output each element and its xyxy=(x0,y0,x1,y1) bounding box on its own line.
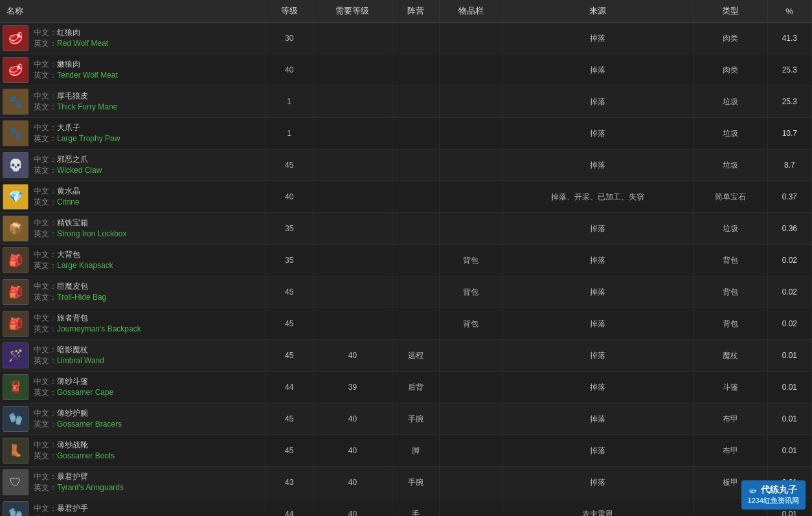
slot-cell xyxy=(440,118,503,150)
name-cell: 🪄中文：暗影魔杖英文：Umbral Wand xyxy=(0,340,265,371)
level-cell: 45 xyxy=(265,403,313,435)
table-row[interactable]: 🧤中文：薄纱护腕英文：Gossamer Bracers4540手腕掉落布甲0.0… xyxy=(0,403,812,435)
pct-cell: 41.3 xyxy=(767,23,811,54)
name-cell: 🎒中文：旅者背包英文：Journeyman's Backpack xyxy=(0,308,265,339)
source-cell: 掉落 xyxy=(502,118,694,150)
req-level-cell xyxy=(313,23,392,54)
type-cell: 布甲 xyxy=(694,403,767,435)
name-cell: 🥩中文：红狼肉英文：Red Wolf Meat xyxy=(0,23,265,54)
req-level-cell xyxy=(313,245,392,276)
faction-cell xyxy=(392,245,439,276)
type-cell: 斗篷 xyxy=(694,372,767,403)
item-names: 中文：大背包英文：Large Knapsack xyxy=(34,249,113,271)
type-cell: 垃圾 xyxy=(694,86,767,118)
table-row[interactable]: 🛡中文：暴君护臂英文：Tyrant's Armguards4340手腕掉落板甲0… xyxy=(0,467,812,499)
pct-cell: 0.36 xyxy=(767,213,811,245)
faction-cell: 后背 xyxy=(392,372,439,403)
name-cell: 🛡中文：暴君护臂英文：Tyrant's Armguards xyxy=(0,467,265,498)
table-row[interactable]: 🧤中文：暴君护手英文：Tyrant's Gauntlets4440手农夫雷恩0.… xyxy=(0,499,812,517)
req-level-cell xyxy=(313,86,392,118)
item-en-name: 英文：Troll-Hide Bag xyxy=(34,292,106,303)
level-cell: 40 xyxy=(265,54,313,86)
req-level-cell xyxy=(313,213,392,245)
level-cell: 45 xyxy=(265,435,313,467)
source-cell: 掉落 xyxy=(502,276,694,308)
item-zh-name: 中文：精铁宝箱 xyxy=(34,218,126,229)
req-level-cell xyxy=(313,308,392,340)
item-names: 中文：薄纱战靴英文：Gossamer Boots xyxy=(34,440,115,462)
item-en-name: 英文：Gossamer Boots xyxy=(34,451,115,462)
source-cell: 掉落 xyxy=(502,403,694,435)
item-icon: 🛡 xyxy=(3,469,28,495)
slot-cell xyxy=(440,467,503,499)
item-zh-name: 中文：薄纱护腕 xyxy=(34,408,122,419)
col-header-7: % xyxy=(767,0,811,23)
type-cell: 垃圾 xyxy=(694,118,767,150)
table-row[interactable]: 🐾中文：厚毛狼皮英文：Thick Furry Mane1掉落垃圾25.3 xyxy=(0,86,812,118)
faction-cell xyxy=(392,23,439,54)
req-level-cell: 40 xyxy=(313,499,392,517)
item-icon: 🎒 xyxy=(3,311,28,337)
level-cell: 35 xyxy=(265,245,313,276)
req-level-cell xyxy=(313,181,392,213)
level-cell: 1 xyxy=(265,86,313,118)
item-en-name: 英文：Large Knapsack xyxy=(34,260,113,271)
item-names: 中文：嫩狼肉英文：Tender Wolf Meat xyxy=(34,59,118,81)
name-cell: 🧤中文：暴君护手英文：Tyrant's Gauntlets xyxy=(0,499,265,516)
slot-cell xyxy=(440,340,503,372)
slot-cell xyxy=(440,435,503,467)
item-en-name: 英文：Citrine xyxy=(34,197,80,208)
name-cell: 👢中文：薄纱战靴英文：Gossamer Boots xyxy=(0,435,265,466)
req-level-cell xyxy=(313,150,392,181)
name-cell: 💀中文：邪恶之爪英文：Wicked Claw xyxy=(0,150,265,181)
table-row[interactable]: 🧣中文：薄纱斗篷英文：Gossamer Cape4439后背掉落斗篷0.01 xyxy=(0,372,812,403)
item-zh-name: 中文：黄水晶 xyxy=(34,186,80,197)
faction-cell xyxy=(392,181,439,213)
level-cell: 40 xyxy=(265,181,313,213)
table-row[interactable]: 🥩中文：嫩狼肉英文：Tender Wolf Meat40掉落肉类25.3 xyxy=(0,54,812,86)
table-row[interactable]: 🐾中文：大爪子英文：Large Trophy Paw1掉落垃圾10.7 xyxy=(0,118,812,150)
pct-cell: 0.37 xyxy=(767,181,811,213)
item-names: 中文：厚毛狼皮英文：Thick Furry Mane xyxy=(34,91,117,113)
table-row[interactable]: 👢中文：薄纱战靴英文：Gossamer Boots4540脚掉落布甲0.01 xyxy=(0,435,812,467)
req-level-cell xyxy=(313,118,392,150)
type-cell: 布甲 xyxy=(694,435,767,467)
item-icon: 🪄 xyxy=(3,342,28,368)
table-row[interactable]: 🪄中文：暗影魔杖英文：Umbral Wand4540远程掉落魔杖0.01 xyxy=(0,340,812,372)
item-zh-name: 中文：邪恶之爪 xyxy=(34,154,102,165)
table-header: 名称等级需要等级阵营物品栏来源类型% xyxy=(0,0,812,23)
col-header-3: 阵营 xyxy=(392,0,439,23)
item-zh-name: 中文：大爪子 xyxy=(34,122,120,133)
item-zh-name: 中文：红狼肉 xyxy=(34,27,108,38)
slot-cell xyxy=(440,86,503,118)
table-row[interactable]: 🎒中文：大背包英文：Large Knapsack35背包掉落背包0.02 xyxy=(0,245,812,276)
name-cell: 🧤中文：薄纱护腕英文：Gossamer Bracers xyxy=(0,403,265,434)
level-cell: 35 xyxy=(265,213,313,245)
pct-cell: 0.01 xyxy=(767,403,811,435)
table-row[interactable]: 📦中文：精铁宝箱英文：Strong Iron Lockbox35掉落垃圾0.36 xyxy=(0,213,812,245)
item-en-name: 英文：Gossamer Bracers xyxy=(34,419,122,430)
slot-cell: 背包 xyxy=(440,276,503,308)
item-icon: 🎒 xyxy=(3,279,28,305)
col-header-6: 类型 xyxy=(694,0,767,23)
item-zh-name: 中文：暴君护手 xyxy=(34,503,119,514)
item-zh-name: 中文：旅者背包 xyxy=(34,313,141,324)
req-level-cell: 40 xyxy=(313,403,392,435)
col-header-5: 来源 xyxy=(502,0,694,23)
table-row[interactable]: 💀中文：邪恶之爪英文：Wicked Claw45掉落垃圾8.7 xyxy=(0,150,812,181)
faction-cell: 脚 xyxy=(392,435,439,467)
name-cell: 💎中文：黄水晶英文：Citrine xyxy=(0,181,265,212)
item-names: 中文：红狼肉英文：Red Wolf Meat xyxy=(34,27,108,49)
table-row[interactable]: 🥩中文：红狼肉英文：Red Wolf Meat30掉落肉类41.3 xyxy=(0,23,812,54)
faction-cell: 远程 xyxy=(392,340,439,372)
item-icon: 📦 xyxy=(3,216,28,241)
table-row[interactable]: 💎中文：黄水晶英文：Citrine40掉落、开采、已加工、失窃简单宝石0.37 xyxy=(0,181,812,213)
source-cell: 掉落 xyxy=(502,245,694,276)
table-row[interactable]: 🎒中文：巨魔皮包英文：Troll-Hide Bag45背包掉落背包0.02 xyxy=(0,276,812,308)
item-en-name: 英文：Journeyman's Backpack xyxy=(34,324,141,335)
type-cell: 背包 xyxy=(694,245,767,276)
table-row[interactable]: 🎒中文：旅者背包英文：Journeyman's Backpack45背包掉落背包… xyxy=(0,308,812,340)
faction-cell: 手腕 xyxy=(392,467,439,499)
item-en-name: 英文：Strong Iron Lockbox xyxy=(34,229,126,240)
source-cell: 掉落 xyxy=(502,150,694,181)
